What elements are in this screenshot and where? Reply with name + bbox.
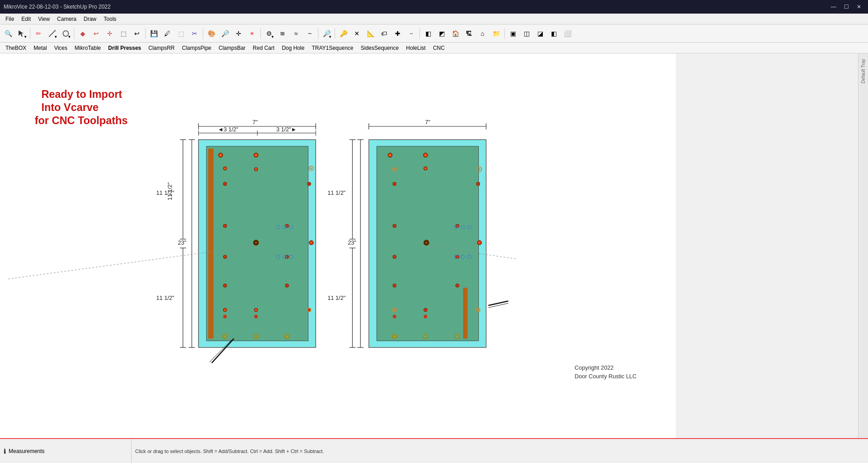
svg-point-54: [224, 309, 226, 311]
svg-point-28: [255, 154, 257, 156]
view3d-5-button[interactable]: ⬜: [561, 27, 574, 40]
axes-button[interactable]: ✚: [391, 27, 404, 40]
ext-cnc[interactable]: CNC: [429, 44, 449, 52]
settings-button[interactable]: ⚙▼: [263, 27, 275, 40]
save-button[interactable]: 💾: [147, 27, 160, 40]
folder-button[interactable]: 📁: [490, 27, 502, 40]
svg-point-110: [478, 242, 480, 244]
tag-button[interactable]: 🔑: [337, 27, 350, 40]
explode-button[interactable]: ✴: [246, 27, 258, 40]
svg-point-92: [424, 168, 426, 169]
layers3-button[interactable]: ~: [303, 27, 316, 40]
ext-holelist[interactable]: HoleList: [402, 44, 429, 52]
text-button[interactable]: 🏷: [378, 27, 390, 40]
section-button[interactable]: ✂: [188, 27, 201, 40]
right-panel: Default Tray: [858, 53, 868, 438]
svg-point-121: [394, 336, 395, 338]
svg-point-50: [310, 242, 312, 244]
promo-line3: for CNC Toolpaths: [35, 115, 128, 126]
view3d-1-button[interactable]: ▣: [507, 27, 519, 40]
svg-point-36: [307, 182, 311, 186]
copyright-line2: Door County Rustic LLC: [575, 373, 637, 380]
print-button[interactable]: 🖊: [161, 27, 174, 40]
layers2-button[interactable]: ≈: [290, 27, 302, 40]
scale-button[interactable]: ⬚: [117, 27, 130, 40]
svg-point-94: [478, 169, 480, 170]
svg-point-52: [285, 284, 289, 287]
canvas-area[interactable]: Ready to Import Into Vcarve for CNC Tool…: [0, 53, 676, 438]
main-toolbar: 🔍 ▼ ✏ ▼ ▼ ◆ ↩ ✛ ⬚ ↩ 💾 🖊 ⬚ ✂ 🎨 🔎 ✛ ✴ ⚙▼ ≋…: [0, 24, 868, 43]
layers-button[interactable]: ≋: [276, 27, 289, 40]
zoom-extent-button[interactable]: ⬚: [175, 27, 187, 40]
menu-edit[interactable]: Edit: [18, 15, 34, 23]
svg-point-111: [393, 284, 396, 287]
ext-sidesseq[interactable]: SidesSequence: [357, 44, 402, 52]
move-button[interactable]: ✛: [103, 27, 116, 40]
shape-button[interactable]: ▼: [59, 27, 72, 40]
ext-toolbar: TheBOX Metal Vices MikroTable Drill Pres…: [0, 43, 868, 53]
statusbar: ℹ Measurements Click or drag to select o…: [0, 438, 868, 463]
menu-tools[interactable]: Tools: [100, 15, 120, 23]
svg-point-102: [393, 255, 396, 259]
status-text-area: Click or drag to select objects. Shift =…: [132, 439, 868, 463]
iso1-button[interactable]: ◧: [422, 27, 434, 40]
iso2-button[interactable]: ◩: [435, 27, 448, 40]
menubar: File Edit View Camera Draw Tools: [0, 14, 868, 24]
ext-clampspipe[interactable]: ClampsPipe: [178, 44, 215, 52]
push-pull-button[interactable]: ◆: [76, 27, 89, 40]
ext-drillpresses[interactable]: Drill Presses: [105, 44, 145, 52]
undo-button[interactable]: ↩: [131, 27, 143, 40]
ext-clampsbar[interactable]: ClampsBar: [215, 44, 249, 52]
menu-draw[interactable]: Draw: [80, 15, 100, 23]
cross-button[interactable]: ✕: [351, 27, 363, 40]
svg-point-112: [456, 284, 459, 287]
svg-point-60: [254, 315, 258, 318]
eraser-button[interactable]: ✏: [32, 27, 45, 40]
zoom-button[interactable]: 🔎: [219, 27, 231, 40]
svg-point-88: [424, 154, 426, 156]
home-button[interactable]: 🏠: [449, 27, 462, 40]
dim-button[interactable]: ↔: [405, 27, 418, 40]
ext-mikrotable[interactable]: MikroTable: [71, 44, 105, 52]
svg-point-62: [224, 336, 226, 338]
magnify-button[interactable]: 🔎▼: [320, 27, 333, 40]
view3d-2-button[interactable]: ◫: [520, 27, 533, 40]
select-tool-button[interactable]: ▼: [15, 27, 28, 40]
dim-23-left: 23": [178, 240, 186, 246]
ext-redcart[interactable]: Red Cart: [249, 44, 278, 52]
svg-point-114: [394, 309, 395, 311]
svg-point-56: [255, 309, 257, 311]
menu-file[interactable]: File: [2, 15, 18, 23]
house-button[interactable]: ⌂: [476, 27, 489, 40]
svg-point-35: [223, 182, 227, 186]
svg-point-97: [393, 224, 396, 228]
svg-point-119: [424, 315, 427, 318]
menu-view[interactable]: View: [34, 15, 54, 23]
search-tool-button[interactable]: 🔍: [2, 27, 15, 40]
building-button[interactable]: 🏗: [463, 27, 475, 40]
status-text: Click or drag to select objects. Shift =…: [135, 449, 324, 454]
measure-button[interactable]: 📐: [364, 27, 377, 40]
ext-tray1seq[interactable]: TRAY1Sequence: [308, 44, 357, 52]
view3d-4-button[interactable]: ◧: [547, 27, 560, 40]
ext-doghole[interactable]: Dog Hole: [278, 44, 308, 52]
svg-point-86: [389, 154, 391, 156]
svg-point-1: [54, 30, 56, 32]
ext-thebox[interactable]: TheBOX: [2, 44, 30, 52]
ext-metal[interactable]: Metal: [30, 44, 50, 52]
view3d-3-button[interactable]: ◪: [534, 27, 546, 40]
dim-11half-bot-right-h: 11 1/2": [327, 295, 346, 301]
maximize-button[interactable]: ☐: [841, 2, 852, 11]
paint-button[interactable]: ▼: [46, 27, 59, 40]
svg-point-26: [219, 154, 221, 156]
menu-camera[interactable]: Camera: [54, 15, 80, 23]
paint-bucket-button[interactable]: 🎨: [205, 27, 218, 40]
rotate-button[interactable]: ↩: [90, 27, 102, 40]
info-icon: ℹ: [4, 448, 6, 455]
minimize-button[interactable]: —: [828, 2, 839, 11]
ext-vices[interactable]: Vices: [50, 44, 71, 52]
ext-clampsrr[interactable]: ClampsRR: [145, 44, 178, 52]
svg-point-30: [224, 168, 226, 169]
walk-button[interactable]: ✛: [232, 27, 245, 40]
close-button[interactable]: ✕: [853, 2, 864, 11]
